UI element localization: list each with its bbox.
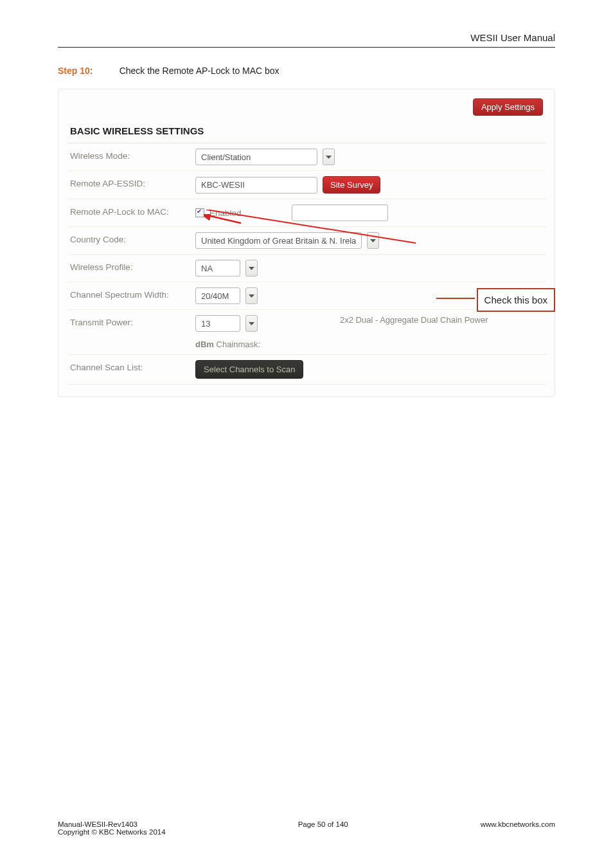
label-wireless-mode: Wireless Mode: [70,149,195,161]
tx-power-dbm: dBm [195,339,214,349]
label-remote-essid: Remote AP-ESSID: [70,176,195,188]
footer-right: www.kbcnetworks.com [481,820,555,836]
step-label: Step 10: [58,66,117,76]
chevron-down-icon[interactable] [245,260,258,276]
dropdown-wireless-profile[interactable]: NA [195,260,240,276]
dropdown-text-country: United Kingdom of Great Britain & N. Ire… [196,236,361,246]
settings-screenshot: Apply Settings BASIC WIRELESS SETTINGS W… [58,89,555,397]
step-desc: Check the Remote AP-Lock to MAC box [120,66,280,76]
dropdown-text-profile: NA [196,264,227,273]
footer-center: Page 50 of 140 [298,820,348,836]
header-doc-title: WESII User Manual [58,32,555,48]
label-country-code: Country Code: [70,232,195,244]
dropdown-chan-width[interactable]: 20/40M [195,287,240,304]
chevron-down-icon[interactable] [245,287,258,304]
label-chan-width: Channel Spectrum Width: [70,287,195,300]
page-footer: Manual-WESII-Rev1403 Copyright © KBC Net… [58,820,555,836]
chevron-down-icon[interactable] [367,232,379,249]
input-remote-lock-mac[interactable] [292,204,388,221]
apply-settings-button[interactable]: Apply Settings [473,98,543,116]
dropdown-text-tx: 13 [196,319,224,329]
callout-check-this-box: Check this box [477,288,555,312]
dropdown-country-code[interactable]: United Kingdom of Great Britain & N. Ire… [195,232,362,249]
dropdown-wireless-mode[interactable]: Client/Station [195,149,317,165]
footer-left-2: Copyright © KBC Networks 2014 [58,828,166,836]
label-tx-power: Transmit Power: [70,315,195,327]
enabled-text: Enabled [209,208,242,218]
site-survey-button[interactable]: Site Survey [323,176,380,194]
footer-left-1: Manual-WESII-Rev1403 [58,820,166,828]
step-row: Step 10: Check the Remote AP-Lock to MAC… [58,66,555,76]
chevron-down-icon[interactable] [323,149,335,165]
label-scan-list: Channel Scan List: [70,360,195,372]
checkbox-remote-lock[interactable] [195,208,204,217]
tx-power-chainmask: Chainmask: [217,339,261,349]
label-remote-lock: Remote AP-Lock to MAC: [70,204,195,217]
dropdown-text-width: 20/40M [196,291,234,301]
dropdown-tx-power[interactable]: 13 [195,315,240,332]
chevron-down-icon[interactable] [245,315,258,332]
input-remote-essid[interactable] [195,177,317,194]
select-channels-button[interactable]: Select Channels to Scan [195,360,303,379]
dropdown-text-wireless-mode: Client/Station [196,152,256,162]
label-wireless-profile: Wireless Profile: [70,260,195,272]
tx-power-right-text: 2x2 Dual - Aggregate Dual Chain Power [340,315,488,325]
